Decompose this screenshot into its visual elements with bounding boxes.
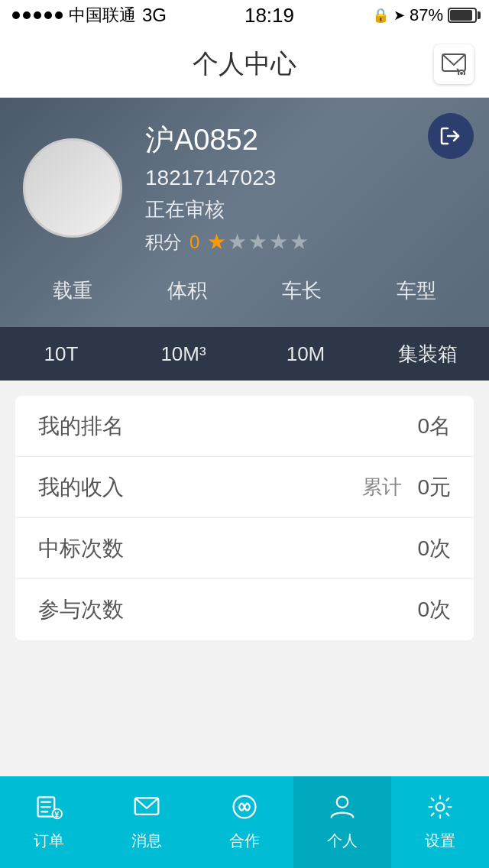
income-value: 0元 [417,473,451,502]
message-icon [442,53,466,75]
battery-percent: 87% [410,5,443,25]
ranking-row: 我的排名 0名 [15,396,474,457]
weight-label: 载重 [15,277,130,304]
account-status: 正在审核 [145,196,466,223]
logout-button[interactable] [428,113,474,159]
score-row: 积分 0 ★ ★ ★ ★ ★ [145,229,466,254]
svg-point-14 [436,803,445,811]
vehicle-values-row: 10T 10M³ 10M 集装箱 [0,327,489,381]
income-middle: 累计 [362,474,402,500]
settings-icon [426,793,454,828]
lock-icon: 🔒 [372,7,389,24]
svg-point-13 [337,797,348,808]
status-left: 中国联通 3G [12,4,167,27]
tab-message-label: 消息 [131,831,162,851]
order-icon: ¥ [35,793,63,828]
star-3: ★ [248,229,267,254]
message-tab-icon [133,793,160,828]
tab-bar: ¥ 订单 消息 合作 [0,776,489,868]
tab-message[interactable]: 消息 [98,776,196,868]
star-1: ★ [207,229,226,254]
svg-point-3 [460,72,463,75]
score-label: 积分 [145,230,182,254]
stats-section: 我的排名 0名 我的收入 累计 0元 中标次数 0次 参与次数 0次 [15,396,474,640]
status-bar: 中国联通 3G 18:19 🔒 ➤ 87% [0,0,489,31]
battery-icon [448,8,477,23]
star-4: ★ [269,229,288,254]
signal-dots [12,11,63,19]
network-type: 3G [142,5,167,26]
tab-cooperation-label: 合作 [229,831,260,851]
length-label: 车长 [244,277,359,304]
profile-info: 沪A0852 18217147023 正在审核 积分 0 ★ ★ ★ ★ ★ [145,121,466,254]
score-value: 0 [189,232,199,253]
profile-top: 沪A0852 18217147023 正在审核 积分 0 ★ ★ ★ ★ ★ [0,98,489,262]
ranking-value: 0名 [417,412,451,441]
tab-person[interactable]: 个人 [293,776,391,868]
ranking-label: 我的排名 [38,412,417,441]
participate-row: 参与次数 0次 [15,579,474,640]
status-right: 🔒 ➤ 87% [372,5,477,25]
income-label: 我的收入 [38,473,362,502]
svg-text:¥: ¥ [54,810,59,819]
plate-number: 沪A0852 [145,121,466,160]
message-nav-button[interactable] [434,44,474,84]
location-icon: ➤ [393,7,405,24]
tab-settings[interactable]: 设置 [391,776,489,868]
tab-settings-label: 设置 [425,831,455,851]
nav-title: 个人中心 [193,47,296,82]
type-label: 车型 [359,277,474,304]
volume-label: 体积 [130,277,244,304]
star-2: ★ [228,229,247,254]
weight-value: 10T [0,342,122,366]
tab-cooperation[interactable]: 合作 [196,776,293,868]
type-value: 集装箱 [367,341,489,368]
tab-order[interactable]: ¥ 订单 [0,776,98,868]
participate-value: 0次 [417,595,451,624]
vehicle-labels: 载重 体积 车长 车型 [0,277,489,304]
participate-label: 参与次数 [38,595,417,624]
cooperation-icon [231,793,258,828]
time-display: 18:19 [244,4,294,28]
star-5: ★ [290,229,309,254]
avatar [23,138,122,238]
star-rating: ★ ★ ★ ★ ★ [207,229,309,254]
win-row: 中标次数 0次 [15,518,474,579]
carrier-text: 中国联通 [69,4,136,27]
volume-value: 10M³ [122,342,244,366]
win-value: 0次 [417,534,451,563]
win-label: 中标次数 [38,534,417,563]
profile-header: 沪A0852 18217147023 正在审核 积分 0 ★ ★ ★ ★ ★ 载… [0,98,489,327]
phone-number: 18217147023 [145,166,466,190]
tab-order-label: 订单 [34,831,64,851]
tab-person-label: 个人 [327,831,358,851]
person-icon [329,793,356,828]
length-value: 10M [244,342,367,366]
nav-bar: 个人中心 [0,31,489,98]
income-row: 我的收入 累计 0元 [15,457,474,518]
